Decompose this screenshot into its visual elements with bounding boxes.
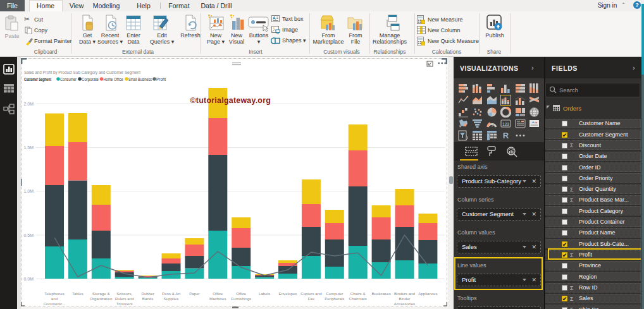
svg-text:Office: Office [236, 291, 247, 296]
svg-text:R: R [503, 131, 509, 140]
svg-text:2.0M: 2.0M [23, 102, 34, 106]
svg-text:Telephones: Telephones [44, 291, 65, 296]
svg-text:Sales and Profit by Product Su: Sales and Profit by Product Sub-Category… [24, 70, 140, 75]
svg-text:0.5M: 0.5M [23, 233, 34, 238]
svg-text:Binders and: Binders and [394, 291, 416, 296]
svg-text:Small Business: Small Business [128, 77, 152, 82]
svg-text:Trimmers: Trimmers [116, 301, 133, 306]
svg-text:Fax: Fax [308, 296, 315, 301]
svg-text:Pens & Art: Pens & Art [162, 291, 181, 296]
svg-text:Computer: Computer [326, 291, 343, 296]
svg-text:Corporate: Corporate [82, 77, 99, 82]
svg-text:Peripherals: Peripherals [325, 296, 344, 301]
svg-text:Machines: Machines [209, 296, 226, 301]
svg-text:1.5M: 1.5M [23, 145, 34, 150]
svg-text:Profit: Profit [156, 77, 166, 82]
svg-text:Consumer: Consumer [60, 77, 77, 82]
svg-text:Bands: Bands [142, 296, 154, 301]
svg-text:Paper: Paper [189, 291, 200, 296]
svg-text:Envelopes: Envelopes [279, 291, 297, 296]
svg-text:Chairs &: Chairs & [350, 291, 366, 296]
svg-text:Home Office: Home Office [104, 77, 123, 82]
svg-text:Appliances: Appliances [418, 291, 437, 296]
svg-text:Chairmats: Chairmats [349, 296, 367, 301]
svg-text:Communic...: Communic... [44, 301, 66, 306]
svg-text:Scissors,: Scissors, [116, 291, 132, 296]
svg-text:Labels: Labels [259, 291, 270, 296]
svg-text:Bookcases: Bookcases [371, 291, 390, 296]
svg-text:©tutorialgateway.org: ©tutorialgateway.org [190, 96, 271, 105]
svg-text:Rubber: Rubber [141, 291, 154, 296]
svg-text:Customer Segment: Customer Segment [24, 77, 51, 82]
svg-text:Organization: Organization [90, 296, 113, 301]
svg-text:Storage &: Storage & [92, 291, 110, 296]
svg-text:Copiers and: Copiers and [300, 291, 322, 296]
svg-text:123: 123 [502, 122, 509, 126]
svg-text:Rulers and: Rulers and [115, 296, 134, 301]
svg-text:Furnishings: Furnishings [231, 296, 251, 301]
svg-text:Office: Office [213, 291, 223, 296]
svg-text:Tables: Tables [72, 291, 84, 296]
svg-text:0.0M: 0.0M [23, 277, 34, 281]
svg-text:Accessories: Accessories [394, 301, 415, 306]
svg-text:1.0M: 1.0M [23, 189, 34, 193]
svg-text:and: and [51, 296, 58, 301]
svg-text:Supplies: Supplies [164, 296, 179, 301]
svg-text:Binder: Binder [399, 296, 411, 301]
